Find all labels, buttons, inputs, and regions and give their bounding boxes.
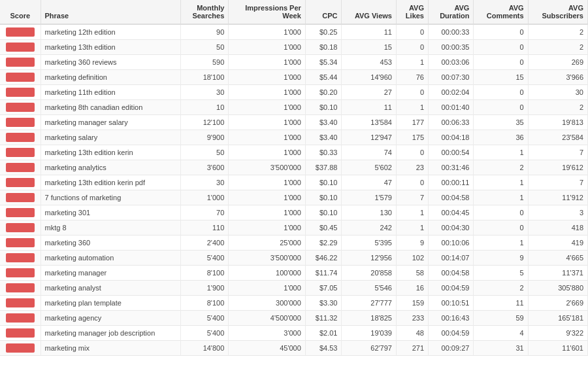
avg-subscribers-cell: 11'371 [528, 266, 587, 281]
score-bar [6, 118, 35, 127]
avg-duration-cell: 00:00:54 [429, 145, 474, 160]
impressions-cell: 1'000 [229, 175, 306, 190]
table-row: mktg 81101'000$0.45242100:04:300418 [0, 220, 588, 236]
monthly-searches-cell: 70 [180, 205, 229, 220]
monthly-searches-cell: 90 [180, 24, 229, 40]
score-cell [0, 236, 41, 251]
phrase-cell: marketing analyst [41, 281, 180, 296]
score-cell [0, 115, 41, 130]
score-bar [6, 27, 35, 37]
monthly-searches-cell: 5'400 [180, 251, 229, 266]
score-bar [6, 238, 35, 247]
phrase-cell: marketing 13th edition kerin pdf [41, 175, 180, 190]
monthly-searches-cell: 3'600 [180, 160, 229, 175]
avg-duration-cell: 00:00:33 [429, 24, 474, 40]
score-bar [6, 163, 35, 172]
avg-views-cell: 15 [342, 40, 397, 55]
table-row: marketing 11th edition301'000$0.2027000:… [0, 85, 588, 100]
avg-duration-cell: 00:00:35 [429, 40, 474, 55]
score-cell [0, 326, 41, 341]
score-bar [6, 283, 35, 292]
table-row: marketing 12th edition901'000$0.2511000:… [0, 24, 588, 40]
cpc-cell: $37.88 [305, 160, 342, 175]
table-row: marketing salary9'9001'000$3.4012'947175… [0, 130, 588, 145]
cpc-cell: $0.10 [305, 100, 342, 115]
col-avg-views: AVG Views [342, 0, 397, 24]
avg-comments-cell: 36 [474, 130, 528, 145]
impressions-cell: 100'000 [229, 266, 306, 281]
score-bar [6, 43, 35, 52]
avg-subscribers-cell: 23'584 [528, 130, 587, 145]
score-cell [0, 190, 41, 205]
avg-likes-cell: 177 [396, 115, 428, 130]
cpc-cell: $0.45 [305, 220, 342, 236]
avg-views-cell: 18'825 [342, 311, 397, 326]
monthly-searches-cell: 5'400 [180, 311, 229, 326]
avg-duration-cell: 00:09:27 [429, 341, 474, 356]
avg-comments-cell: 2 [474, 160, 528, 175]
score-cell [0, 205, 41, 220]
avg-comments-cell: 4 [474, 326, 528, 341]
avg-subscribers-cell: 3 [528, 205, 587, 220]
cpc-cell: $4.53 [305, 341, 342, 356]
col-cpc: CPC [305, 0, 342, 24]
avg-likes-cell: 159 [396, 296, 428, 311]
avg-views-cell: 13'584 [342, 115, 397, 130]
avg-duration-cell: 00:04:45 [429, 205, 474, 220]
impressions-cell: 1'000 [229, 205, 306, 220]
avg-likes-cell: 1 [396, 55, 428, 70]
phrase-cell: marketing 12th edition [41, 24, 180, 40]
score-cell [0, 40, 41, 55]
avg-comments-cell: 35 [474, 115, 528, 130]
avg-duration-cell: 00:06:33 [429, 115, 474, 130]
phrase-cell: marketing plan template [41, 296, 180, 311]
avg-comments-cell: 0 [474, 24, 528, 40]
table-row: marketing analyst1'9001'000$7.055'546160… [0, 281, 588, 296]
avg-duration-cell: 00:31:46 [429, 160, 474, 175]
avg-subscribers-cell: 11'601 [528, 341, 587, 356]
phrase-cell: marketing manager salary [41, 115, 180, 130]
avg-comments-cell: 59 [474, 311, 528, 326]
impressions-cell: 1'000 [229, 70, 306, 85]
cpc-cell: $46.22 [305, 251, 342, 266]
avg-views-cell: 1'579 [342, 190, 397, 205]
score-cell [0, 251, 41, 266]
table-row: marketing 13th edition501'000$0.1815000:… [0, 40, 588, 55]
score-bar [6, 193, 35, 202]
table-row: marketing 8th canadian edition101'000$0.… [0, 100, 588, 115]
phrase-cell: marketing manager job description [41, 326, 180, 341]
phrase-cell: marketing agency [41, 311, 180, 326]
impressions-cell: 1'000 [229, 190, 306, 205]
avg-subscribers-cell: 7 [528, 175, 587, 190]
avg-duration-cell: 00:04:58 [429, 266, 474, 281]
col-avg-duration: AVGDuration [429, 0, 474, 24]
score-cell [0, 85, 41, 100]
score-cell [0, 175, 41, 190]
avg-likes-cell: 1 [396, 100, 428, 115]
avg-likes-cell: 0 [396, 40, 428, 55]
avg-duration-cell: 00:04:18 [429, 130, 474, 145]
table-row: marketing 13th edition kerin501'000$0.33… [0, 145, 588, 160]
avg-views-cell: 47 [342, 175, 397, 190]
score-cell [0, 220, 41, 236]
avg-subscribers-cell: 269 [528, 55, 587, 70]
table-row: marketing manager job description5'4003'… [0, 326, 588, 341]
phrase-cell: marketing 13th edition [41, 40, 180, 55]
table-row: marketing definition18'1001'000$5.4414'9… [0, 70, 588, 85]
avg-comments-cell: 0 [474, 40, 528, 55]
avg-duration-cell: 00:03:06 [429, 55, 474, 70]
table-row: marketing 13th edition kerin pdf301'000$… [0, 175, 588, 190]
monthly-searches-cell: 30 [180, 175, 229, 190]
avg-likes-cell: 271 [396, 341, 428, 356]
avg-views-cell: 12'947 [342, 130, 397, 145]
phrase-cell: marketing automation [41, 251, 180, 266]
avg-comments-cell: 5 [474, 266, 528, 281]
monthly-searches-cell: 2'400 [180, 236, 229, 251]
monthly-searches-cell: 50 [180, 40, 229, 55]
cpc-cell: $2.01 [305, 326, 342, 341]
monthly-searches-cell: 1'000 [180, 190, 229, 205]
score-cell [0, 341, 41, 356]
col-impressions-per-week: Impressions PerWeek [229, 0, 306, 24]
impressions-cell: 1'000 [229, 281, 306, 296]
score-bar [6, 253, 35, 262]
